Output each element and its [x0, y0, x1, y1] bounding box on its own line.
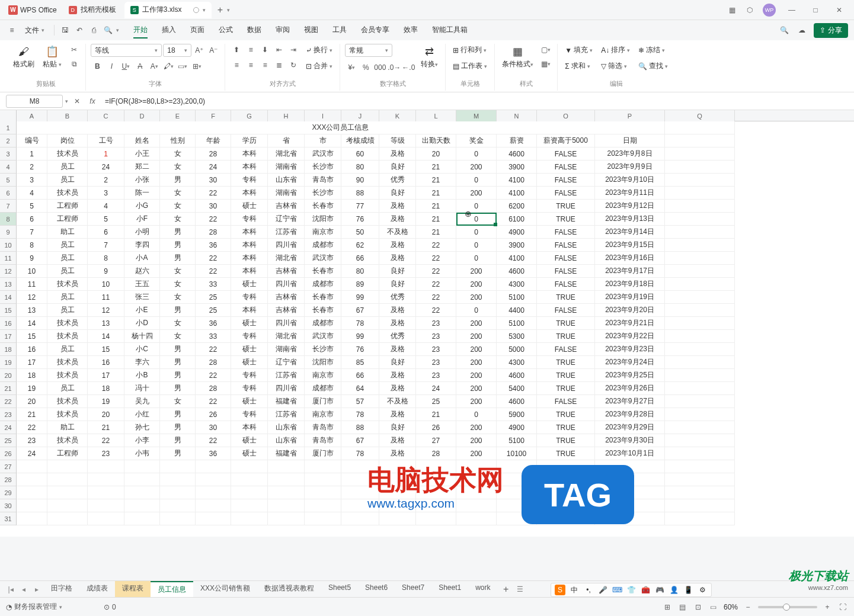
- data-cell[interactable]: 2023年9月9日: [595, 161, 665, 174]
- data-cell[interactable]: 12: [17, 291, 47, 304]
- data-cell[interactable]: 200: [456, 278, 497, 291]
- data-cell[interactable]: 20: [88, 408, 124, 421]
- data-cell[interactable]: 男: [160, 408, 196, 421]
- data-cell[interactable]: 23: [88, 447, 124, 460]
- data-cell[interactable]: 山东省: [268, 174, 305, 187]
- empty-cell[interactable]: [665, 460, 735, 473]
- menu-tab-效率[interactable]: 效率: [404, 23, 418, 38]
- data-cell[interactable]: 男: [160, 239, 196, 252]
- ime-lang-icon[interactable]: 中: [569, 585, 580, 595]
- data-cell[interactable]: 22: [196, 434, 231, 447]
- hamburger-icon[interactable]: ≡: [6, 24, 18, 36]
- row-header[interactable]: 26: [0, 447, 17, 460]
- data-cell[interactable]: 4900: [497, 421, 537, 434]
- data-cell[interactable]: 22: [196, 252, 231, 265]
- data-cell[interactable]: 及格: [379, 252, 416, 265]
- data-cell[interactable]: 2023年9月23日: [595, 343, 665, 356]
- data-cell[interactable]: TRUE: [537, 382, 595, 395]
- empty-cell[interactable]: [160, 473, 196, 486]
- data-cell[interactable]: 小G: [124, 200, 160, 213]
- percent-icon[interactable]: %: [359, 62, 372, 73]
- data-cell[interactable]: 14: [88, 330, 124, 343]
- data-cell[interactable]: 技术员: [47, 369, 88, 382]
- col-header[interactable]: A: [17, 110, 47, 121]
- menu-tab-数据[interactable]: 数据: [247, 23, 261, 38]
- data-cell[interactable]: 4600: [497, 369, 537, 382]
- empty-cell[interactable]: [160, 486, 196, 499]
- ime-user-icon[interactable]: 👤: [669, 585, 679, 595]
- data-cell[interactable]: 2: [17, 161, 47, 174]
- col-header[interactable]: P: [595, 110, 665, 121]
- data-cell[interactable]: 女: [160, 161, 196, 174]
- data-cell[interactable]: 3: [88, 187, 124, 200]
- empty-cell[interactable]: [47, 512, 88, 525]
- row-header[interactable]: 16: [0, 317, 17, 330]
- empty-cell[interactable]: [196, 512, 231, 525]
- data-cell[interactable]: 200: [456, 317, 497, 330]
- data-cell[interactable]: 4: [17, 187, 47, 200]
- data-cell[interactable]: 及格: [379, 304, 416, 317]
- data-cell[interactable]: 湖南省: [268, 161, 305, 174]
- empty-cell[interactable]: [305, 499, 341, 512]
- data-cell[interactable]: 28: [196, 356, 231, 369]
- empty-cell[interactable]: [160, 460, 196, 473]
- freeze-button[interactable]: ❄ 冻结▾: [636, 44, 670, 56]
- sheet-nav-first-icon[interactable]: |◂: [5, 583, 17, 595]
- data-cell[interactable]: 不及格: [379, 226, 416, 239]
- empty-cell[interactable]: [47, 486, 88, 499]
- data-cell[interactable]: 2023年9月13日: [595, 213, 665, 226]
- font-select[interactable]: 等线▾: [91, 44, 162, 57]
- sort-button[interactable]: A↓ 排序▾: [599, 44, 632, 56]
- rowcol-button[interactable]: ⊞ 行和列▾: [450, 44, 490, 56]
- data-cell[interactable]: 专科: [231, 174, 268, 187]
- data-cell[interactable]: 及格: [379, 408, 416, 421]
- data-cell[interactable]: 员工: [47, 382, 88, 395]
- data-cell[interactable]: 良好: [379, 187, 416, 200]
- formula-input[interactable]: =IF(OR(J8>=80,L8>=23),200,0): [101, 95, 848, 108]
- data-cell[interactable]: 22: [416, 278, 456, 291]
- italic-button[interactable]: I: [105, 60, 118, 72]
- data-cell[interactable]: 湖北省: [268, 147, 305, 161]
- view-read-icon[interactable]: ▭: [708, 602, 719, 612]
- data-cell[interactable]: 技术员: [47, 317, 88, 330]
- select-all-corner[interactable]: [0, 110, 17, 121]
- data-cell[interactable]: 60: [341, 147, 379, 161]
- empty-cell[interactable]: [196, 460, 231, 473]
- data-cell[interactable]: 员工: [47, 265, 88, 278]
- view-break-icon[interactable]: ⊡: [693, 602, 703, 612]
- data-cell[interactable]: 28: [196, 226, 231, 239]
- data-cell[interactable]: 24: [196, 161, 231, 174]
- border-button[interactable]: ⊞▾: [190, 60, 203, 72]
- data-cell[interactable]: 21: [17, 408, 47, 421]
- row-header[interactable]: 12: [0, 265, 17, 278]
- row-header[interactable]: 28: [0, 473, 17, 486]
- row-header[interactable]: 3: [0, 147, 17, 161]
- data-cell[interactable]: 2023年9月28日: [595, 408, 665, 421]
- data-cell[interactable]: 南京市: [305, 408, 341, 421]
- bold-button[interactable]: B: [91, 60, 104, 72]
- fx-icon[interactable]: fx: [86, 95, 99, 108]
- empty-cell[interactable]: [124, 512, 160, 525]
- data-cell[interactable]: 女: [160, 200, 196, 213]
- empty-cell[interactable]: [124, 486, 160, 499]
- data-cell[interactable]: 厦门市: [305, 447, 341, 460]
- data-cell[interactable]: 技术员: [47, 395, 88, 408]
- empty-cell[interactable]: [124, 499, 160, 512]
- data-cell[interactable]: 5000: [497, 343, 537, 356]
- zoom-value[interactable]: 60%: [724, 603, 738, 611]
- data-cell[interactable]: 0: [456, 174, 497, 187]
- data-cell[interactable]: 7: [17, 226, 47, 239]
- wrap-button[interactable]: ⤶ 换行▾: [303, 44, 335, 56]
- data-cell[interactable]: 18: [17, 369, 47, 382]
- data-cell[interactable]: 5: [17, 200, 47, 213]
- data-cell[interactable]: 小E: [124, 304, 160, 317]
- data-cell[interactable]: 赵六: [124, 265, 160, 278]
- data-cell[interactable]: 武汉市: [305, 147, 341, 161]
- data-cell[interactable]: TRUE: [537, 421, 595, 434]
- row-header[interactable]: 10: [0, 239, 17, 252]
- sheet-tab[interactable]: 成绩表: [79, 581, 115, 597]
- align-left-icon[interactable]: ≡: [230, 59, 243, 71]
- print-icon[interactable]: ⎙: [88, 24, 100, 36]
- close-button[interactable]: ✕: [831, 4, 847, 16]
- row-header[interactable]: 7: [0, 200, 17, 213]
